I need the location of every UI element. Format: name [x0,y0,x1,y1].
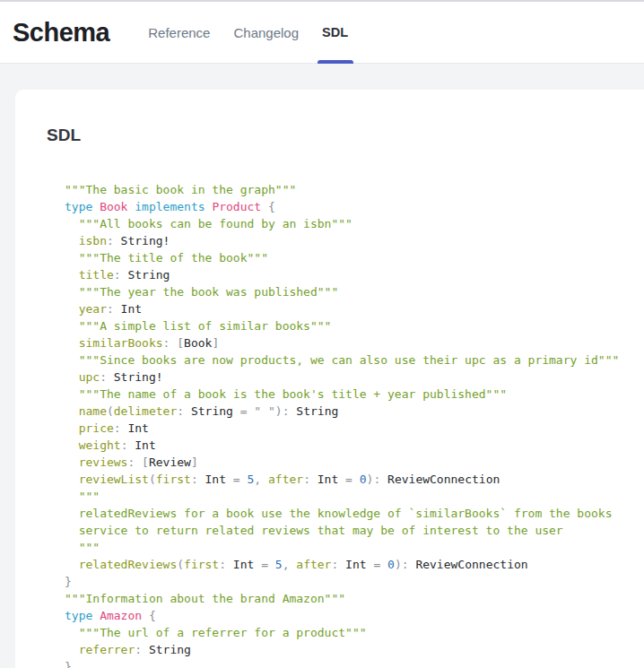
tab-bar: Reference Changelog SDL [136,2,360,63]
code-line: type Book implements Product { [65,198,644,215]
sdl-card: SDL """The basic book in the graph"""typ… [15,90,644,668]
code-line: name(delimeter: String = " "): String [65,403,644,420]
tab-sdl[interactable]: SDL [310,2,360,63]
sdl-code-block: """The basic book in the graph"""type Bo… [65,181,644,668]
page-title: Schema [13,18,109,48]
sdl-heading: SDL [47,126,644,145]
code-line: """The name of a book is the book's titl… [65,386,644,403]
code-line: """The title of the book""" [65,249,644,266]
tab-sdl-label: SDL [322,25,348,39]
code-line: year: Int [65,300,644,317]
main-area: SDL """The basic book in the graph"""typ… [0,64,644,668]
code-line: type Amazon { [65,607,644,624]
code-line: """A simple list of similar books""" [65,317,644,334]
code-line: referrer: String [65,641,644,658]
code-line: similarBooks: [Book] [65,334,644,351]
code-line: """All books can be found by an isbn""" [65,215,644,232]
code-line: """ [65,539,644,556]
code-line: """Since books are now products, we can … [65,351,644,369]
code-line: upc: String! [65,369,644,386]
code-line: reviews: [Review] [65,454,644,471]
code-line: service to return related reviews that m… [65,522,644,539]
tab-reference-label: Reference [148,25,210,40]
code-line: } [65,658,644,668]
code-line: weight: Int [65,437,644,454]
code-line: isbn: String! [65,232,644,249]
code-line: reviewList(first: Int = 5, after: Int = … [65,471,644,488]
active-tab-indicator [318,60,353,64]
code-line: price: Int [65,420,644,437]
code-line: relatedReviews(first: Int = 5, after: In… [65,556,644,573]
code-line: """Information about the brand Amazon""" [65,590,644,607]
code-line: relatedReviews for a book use the knowle… [65,505,644,522]
code-line: title: String [65,266,644,283]
code-line: """ [65,488,644,505]
code-line: } [65,573,644,590]
code-line: """The basic book in the graph""" [65,181,644,198]
code-line: """The url of a referrer for a product""… [65,624,644,641]
tab-changelog[interactable]: Changelog [222,2,310,63]
code-line: """The year the book was published""" [65,283,644,300]
tab-reference[interactable]: Reference [136,2,222,63]
page-header: Schema Reference Changelog SDL [0,0,644,64]
tab-changelog-label: Changelog [233,25,299,40]
